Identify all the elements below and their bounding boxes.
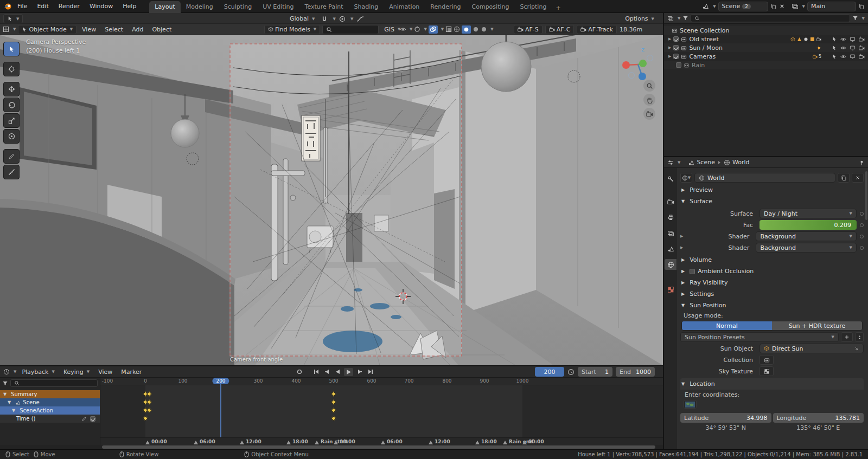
tab-compositing[interactable]: Compositing [467, 1, 515, 13]
view-menu[interactable]: View [95, 367, 116, 377]
navigation-gizmo[interactable]: z [618, 43, 658, 82]
selectable-icon[interactable] [832, 54, 837, 59]
tab-rendering[interactable]: Rendering [425, 1, 466, 13]
menu-view[interactable]: View [79, 25, 99, 34]
panel-settings[interactable]: ▶Settings [680, 288, 864, 300]
ao-checkbox[interactable] [690, 269, 695, 274]
chevron-down-icon[interactable]: ▼ [678, 16, 680, 21]
tool-scale[interactable] [3, 113, 20, 128]
longitude-field[interactable]: Longitude135.781 [773, 413, 864, 423]
transform-orientation-dropdown[interactable]: Global▼ [286, 14, 318, 23]
timeline-ruler[interactable]: -100 0 100 200 300 400 500 600 700 800 9… [100, 378, 663, 385]
tab-scripting[interactable]: Scripting [514, 1, 552, 13]
auto-key-record-button[interactable] [295, 368, 304, 376]
chevron-down-icon[interactable]: ▼ [713, 4, 716, 9]
expand-icon[interactable]: ▶ [680, 234, 683, 238]
filter-funnel-icon[interactable] [2, 380, 8, 386]
show-object-types-icon[interactable] [400, 26, 406, 33]
tab-layout[interactable]: Layout [149, 1, 180, 13]
expand-icon[interactable]: ▶ [668, 37, 671, 41]
marker-menu[interactable]: Marker [118, 367, 145, 377]
panel-preview[interactable]: ▶Preview [680, 184, 864, 196]
overlays-toggle-button[interactable] [429, 25, 438, 34]
tab-uv-editing[interactable]: UV Editing [257, 1, 299, 13]
tool-select-box[interactable] [3, 42, 20, 56]
tab-shading[interactable]: Shading [349, 1, 384, 13]
panel-sun-position[interactable]: ▼Sun Position [680, 300, 864, 311]
usage-mode-normal[interactable]: Normal [682, 321, 772, 330]
3d-scene[interactable] [0, 35, 663, 365]
mode-dropdown[interactable]: Object Mode▼ [18, 25, 76, 34]
frame-end-field[interactable]: End1000 [616, 367, 655, 377]
hide-viewport-eye-icon[interactable] [840, 45, 846, 51]
channel-time[interactable]: Time () [0, 415, 100, 423]
options-dropdown[interactable]: Options▼ [622, 14, 658, 23]
current-frame-field[interactable]: 200 [535, 367, 564, 377]
tab-animation[interactable]: Animation [384, 1, 425, 13]
panel-ray-visibility[interactable]: ▶Ray Visibility [680, 277, 864, 288]
tab-render[interactable] [665, 196, 676, 207]
af-s-button[interactable]: AF-S [514, 25, 542, 34]
tab-tool[interactable] [665, 173, 676, 184]
tab-world[interactable] [665, 259, 676, 270]
viewport-canvas[interactable]: Camera Perspective (200) House left 1 Ca… [0, 35, 663, 365]
viewport-search-input[interactable] [322, 25, 379, 34]
channel-search-input[interactable] [10, 379, 98, 387]
jump-to-end-button[interactable] [366, 368, 375, 376]
pin-icon[interactable] [859, 160, 865, 166]
delete-scene-icon[interactable] [779, 3, 785, 9]
collection-checkbox[interactable] [673, 45, 679, 50]
chevron-down-icon[interactable]: ▼ [862, 16, 865, 21]
filter-funnel-icon[interactable] [682, 15, 688, 21]
keying-menu[interactable]: Keying▼ [60, 367, 93, 377]
tab-sculpting[interactable]: Sculpting [219, 1, 257, 13]
menu-window[interactable]: Window [85, 1, 117, 11]
shading-rendered-icon[interactable] [481, 26, 487, 33]
copy-scene-icon[interactable] [770, 3, 777, 10]
outliner-item-rain[interactable]: Rain [664, 61, 868, 69]
menu-edit[interactable]: Edit [33, 1, 53, 11]
menu-file[interactable]: File [13, 1, 31, 11]
sun-object-field[interactable]: Direct Sun [760, 344, 864, 353]
play-reverse-button[interactable] [333, 368, 342, 376]
disable-viewport-icon[interactable] [850, 45, 856, 51]
tab-modeling[interactable]: Modeling [181, 1, 219, 13]
tab-output[interactable] [665, 212, 676, 223]
falloff-curve-icon[interactable] [356, 16, 364, 22]
channel-scene-action[interactable]: ▼SceneAction [0, 406, 100, 415]
shader2-dropdown[interactable]: Background▼ [756, 243, 857, 253]
selectable-icon[interactable] [832, 45, 837, 50]
expand-icon[interactable]: ▶ [668, 46, 671, 50]
channel-enable-checkbox[interactable] [90, 416, 95, 422]
disable-viewport-icon[interactable] [850, 54, 856, 60]
menu-add[interactable]: Add [129, 25, 146, 34]
panel-ambient-occlusion[interactable]: ▶Ambient Occlusion [680, 266, 864, 277]
sky-texture-picker[interactable] [760, 366, 774, 376]
hide-viewport-eye-icon[interactable] [840, 36, 846, 42]
playhead-line[interactable] [220, 378, 221, 438]
breadcrumb-world[interactable]: World [732, 159, 750, 166]
proportional-editing-icon[interactable] [339, 16, 346, 22]
outliner-scene-collection[interactable]: Scene Collection [664, 26, 868, 35]
tool-cursor[interactable] [3, 62, 20, 76]
channel-scene[interactable]: ▼Scene [0, 398, 100, 406]
gizmos-toggle-icon[interactable] [414, 26, 420, 33]
jump-to-start-button[interactable] [311, 368, 321, 376]
preset-updown-button[interactable] [855, 332, 864, 342]
panel-surface[interactable]: ▼Surface [680, 196, 864, 207]
play-button[interactable] [344, 368, 353, 376]
disable-render-camera-icon[interactable] [859, 54, 865, 60]
frame-start-field[interactable]: Start1 [578, 367, 612, 377]
world-browse-button[interactable]: ▼ [680, 173, 692, 183]
world-map-button[interactable] [684, 400, 697, 409]
timeline-tracks[interactable]: -100 0 100 200 300 400 500 600 700 800 9… [100, 378, 663, 445]
use-preview-range-icon[interactable] [567, 369, 575, 376]
next-keyframe-button[interactable] [355, 368, 364, 376]
shading-options-chevron-icon[interactable]: ▼ [490, 27, 493, 31]
shading-wireframe-icon[interactable] [454, 26, 460, 33]
copy-view-layer-icon[interactable] [858, 3, 865, 10]
timeline-scrollbar[interactable] [0, 445, 663, 449]
world-copy-button[interactable] [838, 173, 850, 183]
collection-checkbox[interactable] [673, 54, 679, 59]
world-unlink-button[interactable] [852, 173, 864, 183]
